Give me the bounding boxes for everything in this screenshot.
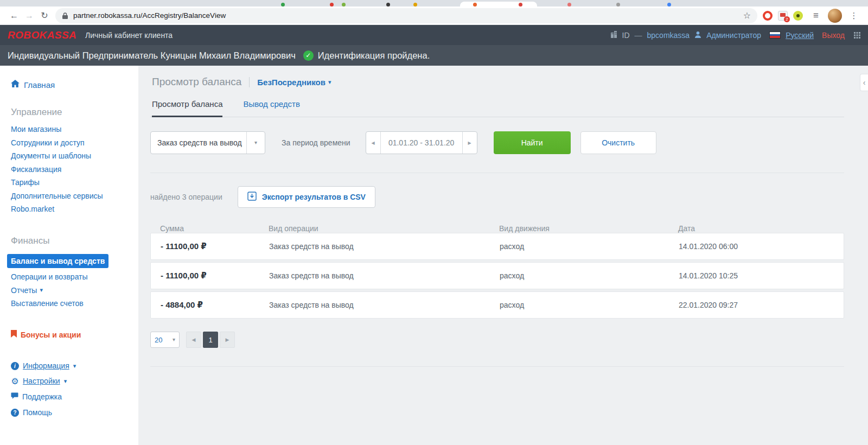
clear-button[interactable]: Очистить [580,131,656,154]
date-range-value[interactable]: 01.01.20 - 31.01.20 [381,132,462,154]
cell-movement: расход [500,242,679,251]
sidebar-item-my-shops[interactable]: Мои магазины [11,125,133,133]
reading-list-icon[interactable] [808,10,824,21]
sidebar-item-invoicing[interactable]: Выставление счетов [11,300,133,307]
cell-operation: Заказ средств на вывод [269,271,500,280]
browser-menu-icon[interactable] [846,11,861,21]
filter-row: Заказ средств на вывод За период времени… [150,131,844,154]
tab-withdraw-funds[interactable]: Вывод средств [243,99,299,117]
cell-operation: Заказ средств на вывод [269,242,500,251]
sidebar-item-help[interactable]: Помощь [11,408,133,417]
extension-icon-lime[interactable] [793,11,803,21]
language-link[interactable]: Русский [786,31,814,40]
reload-button[interactable] [37,10,52,21]
merchant-selector-label[interactable]: БезПосредников [257,78,326,87]
page-title-row: Просмотр баланса БезПосредников [152,74,844,90]
tab-favicon [342,3,346,7]
verified-check-icon [303,50,314,61]
tab-favicon [567,3,571,7]
logout-link[interactable]: Выход [822,31,845,40]
tab-favicon [616,3,620,7]
sidebar-bonus-label[interactable]: Бонусы и акции [21,330,81,339]
account-id-link[interactable]: bpcomkassa [647,31,690,40]
sidebar-help-label[interactable]: Помощь [23,408,52,417]
sidebar-item-documents[interactable]: Документы и шаблоны [11,152,133,160]
extension-badge-count: 2 [784,16,790,22]
merchant-selector[interactable]: БезПосредников [257,78,331,87]
operation-type-value: Заказ средств на вывод [151,132,246,154]
sidebar-home-label[interactable]: Главная [24,80,55,90]
sidebar-support-label[interactable]: Поддержка [22,392,62,401]
active-browser-tab[interactable] [460,2,537,7]
next-period-button[interactable] [462,132,477,154]
download-icon [247,192,257,202]
sidebar-item-extra-services[interactable]: Дополнительные сервисы [11,192,133,200]
export-csv-button[interactable]: Экспорт результатов в CSV [238,186,375,208]
cell-movement: расход [500,301,679,309]
sidebar-item-employees[interactable]: Сотрудники и доступ [11,139,133,147]
current-page[interactable]: 1 [203,332,218,348]
divider [150,173,844,173]
back-button[interactable] [7,11,22,21]
bookmark-star-icon[interactable] [743,10,751,21]
sidebar-item-operations[interactable]: Операции и возвраты [11,273,133,281]
pagination: 20 1 [150,332,844,348]
home-icon [11,80,20,90]
profile-avatar[interactable] [828,9,842,23]
sidebar-item-tariffs[interactable]: Тарифы [11,179,133,186]
russian-flag-icon [769,31,781,39]
sidebar-item-balance-withdraw[interactable]: Баланс и вывод средств [7,254,108,268]
tab-favicon [281,3,285,7]
sidebar-settings-label[interactable]: Настройки [23,377,60,385]
date-range-picker[interactable]: 01.01.20 - 31.01.20 [366,131,477,154]
forward-button[interactable] [22,11,37,21]
cell-operation: Заказ средств на вывод [269,301,500,309]
cell-date: 14.01.2020 06:00 [679,242,834,251]
building-icon [610,31,617,40]
chat-bubble-icon [11,392,18,402]
prev-page-button[interactable] [186,332,201,348]
next-page-button[interactable] [220,332,235,348]
table-row: - 11100,00 ₽ Заказ средств на вывод расх… [150,262,844,289]
sidebar-item-robomarket[interactable]: Robo.market [11,205,133,213]
header-right-group: ID — bpcomkassa Администратор Русский Вы… [610,31,860,40]
sidebar-information-label[interactable]: Информация [23,361,69,370]
browser-tab-strip[interactable] [0,0,868,7]
table-row: - 11100,00 ₽ Заказ средств на вывод расх… [150,233,844,260]
sidebar-item-home[interactable]: Главная [11,80,133,90]
chevron-down-icon [64,378,67,384]
page-title: Просмотр баланса [152,76,241,88]
extension-icon-red-ring[interactable] [763,11,773,21]
id-separator: — [635,31,642,40]
collapse-panel-button[interactable] [860,74,868,91]
extension-icon-with-badge[interactable]: 2 [778,11,788,21]
cell-date: 22.01.2020 09:27 [679,301,834,309]
col-header-movement: Вид движения [499,224,678,233]
pager-buttons: 1 [186,332,235,348]
sidebar-item-bonuses[interactable]: Бонусы и акции [11,330,133,340]
tab-favicon [473,3,477,7]
sidebar: Главная Управление Мои магазины Сотрудни… [0,66,138,445]
operation-type-select[interactable]: Заказ средств на вывод [150,131,265,154]
address-bar[interactable]: partner.robokassa.ru/AccRegistry/Balance… [55,8,757,23]
col-header-amount: Сумма [160,224,269,233]
sidebar-item-support[interactable]: Поддержка [11,392,133,402]
page-size-select[interactable]: 20 [150,332,180,348]
prev-period-button[interactable] [366,132,381,154]
robokassa-logo[interactable]: ROBOKASSA [8,29,76,41]
admin-role-link[interactable]: Администратор [706,31,761,40]
apps-grid-icon[interactable] [854,32,860,39]
cell-amount: - 11100,00 ₽ [161,241,269,251]
app-header: ROBOKASSA Личный кабинет клиента ID — bp… [0,25,868,45]
select-caret [246,132,265,154]
sidebar-item-reports[interactable]: Отчеты [11,287,37,294]
chevron-down-icon [328,79,331,85]
sidebar-item-information[interactable]: Информация [11,361,133,370]
table-row: - 4884,00 ₽ Заказ средств на вывод расхо… [150,291,844,319]
sidebar-item-settings[interactable]: Настройки [11,377,133,385]
sidebar-item-fiscalization[interactable]: Фискализация [11,166,133,173]
tab-balance-view[interactable]: Просмотр баланса [152,99,222,117]
identity-bar: Индивидуальный Предприниматель Куницын М… [0,45,868,66]
search-button[interactable]: Найти [494,131,571,154]
browser-toolbar: partner.robokassa.ru/AccRegistry/Balance… [0,7,868,25]
